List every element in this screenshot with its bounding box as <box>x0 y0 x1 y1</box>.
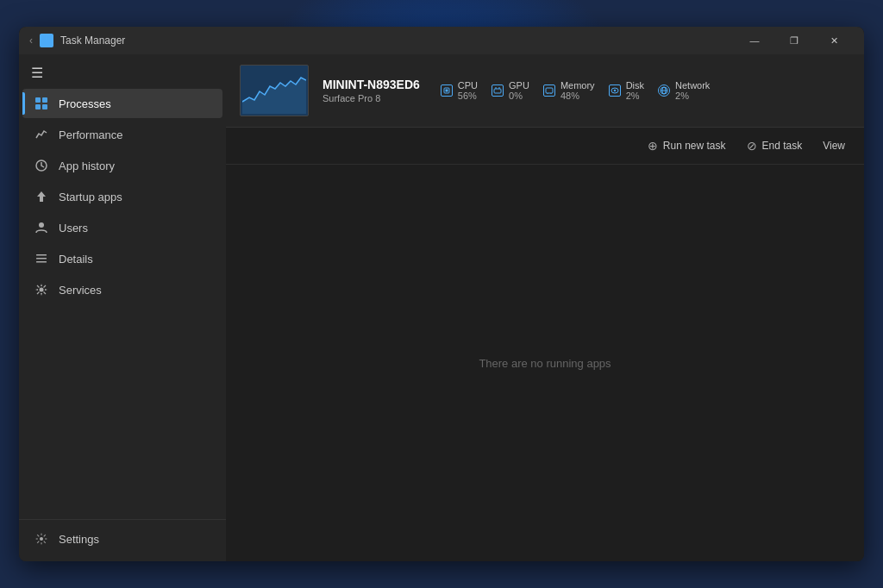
cpu-stat: CPU 56% <box>441 80 478 101</box>
memory-stat-text: Memory 48% <box>560 80 595 101</box>
maximize-button[interactable]: ❐ <box>774 27 814 54</box>
svg-point-26 <box>614 90 616 91</box>
app-title: Task Manager <box>60 34 125 47</box>
hamburger-button[interactable]: ☰ <box>19 58 226 88</box>
sidebar-bottom: Settings <box>19 519 226 558</box>
sidebar-item-services[interactable]: Services <box>22 275 222 304</box>
system-name: MININT-N893ED6 <box>323 78 420 91</box>
sidebar-item-app-history[interactable]: App history <box>22 151 222 180</box>
system-bar: MININT-N893ED6 Surface Pro 8 CPU <box>226 54 864 128</box>
details-icon <box>34 252 48 266</box>
performance-label: Performance <box>59 128 122 141</box>
end-task-label: End task <box>762 140 803 152</box>
cpu-value: 56% <box>458 91 478 101</box>
run-task-icon: ⊕ <box>648 139 658 153</box>
main-area: ☰ Processes Perf <box>19 54 864 561</box>
startup-apps-label: Startup apps <box>59 191 122 203</box>
users-label: Users <box>59 222 88 235</box>
system-stats: CPU 56% GPU <box>441 80 711 101</box>
svg-rect-18 <box>445 90 448 92</box>
svg-rect-5 <box>42 97 47 103</box>
empty-message: There are no running apps <box>479 357 611 370</box>
gpu-stat-text: GPU 0% <box>509 80 529 101</box>
close-button[interactable]: ✕ <box>814 27 854 54</box>
disk-stat-text: Disk 2% <box>626 80 644 101</box>
run-new-task-button[interactable]: ⊕ Run new task <box>639 134 735 157</box>
cpu-icon <box>441 84 453 97</box>
services-icon <box>34 283 48 297</box>
system-model: Surface Pro 8 <box>323 93 420 103</box>
sidebar-item-performance[interactable]: Performance <box>22 120 222 149</box>
network-label: Network <box>675 80 710 91</box>
sidebar-item-settings[interactable]: Settings <box>22 524 222 554</box>
svg-rect-4 <box>35 97 41 103</box>
svg-point-9 <box>39 222 44 228</box>
end-task-icon: ⊘ <box>747 139 757 153</box>
sidebar-item-processes[interactable]: Processes <box>22 89 222 118</box>
sidebar-item-details[interactable]: Details <box>22 244 222 273</box>
performance-icon <box>34 128 48 141</box>
network-stat-text: Network 2% <box>675 80 710 101</box>
sidebar-item-startup-apps[interactable]: Startup apps <box>22 182 222 211</box>
gpu-icon <box>492 84 504 97</box>
svg-rect-12 <box>36 261 47 263</box>
svg-rect-11 <box>36 258 47 260</box>
disk-value: 2% <box>626 91 644 101</box>
svg-rect-10 <box>36 254 47 256</box>
services-label: Services <box>59 284 102 297</box>
window-controls: — ❐ ✕ <box>735 27 854 54</box>
app-icon <box>40 34 53 47</box>
svg-rect-0 <box>42 36 46 40</box>
view-label: View <box>823 140 845 152</box>
app-history-label: App history <box>59 160 115 172</box>
settings-label: Settings <box>59 533 99 546</box>
sidebar-item-users[interactable]: Users <box>22 213 222 242</box>
svg-rect-19 <box>494 89 501 93</box>
memory-icon <box>543 84 555 97</box>
toolbar: ⊕ Run new task ⊘ End task View <box>226 128 864 165</box>
svg-rect-7 <box>42 104 47 109</box>
network-stat: Network 2% <box>658 80 710 101</box>
svg-point-13 <box>40 288 44 292</box>
svg-rect-1 <box>47 36 51 40</box>
empty-content: There are no running apps <box>226 165 864 561</box>
settings-icon <box>34 532 48 546</box>
disk-stat: Disk 2% <box>609 80 644 101</box>
system-info: MININT-N893ED6 Surface Pro 8 <box>323 78 420 103</box>
content-area: MININT-N893ED6 Surface Pro 8 CPU <box>226 54 864 561</box>
memory-stat: Memory 48% <box>543 80 595 101</box>
startup-apps-icon <box>34 190 48 203</box>
titlebar: ‹ Task Manager — ❐ ✕ <box>19 27 864 54</box>
titlebar-left: ‹ Task Manager <box>29 34 735 47</box>
details-label: Details <box>59 253 93 266</box>
disk-icon <box>609 84 621 97</box>
memory-label: Memory <box>560 80 595 91</box>
app-history-icon <box>34 159 48 172</box>
cpu-label: CPU <box>458 80 478 91</box>
processes-label: Processes <box>59 97 111 110</box>
memory-value: 48% <box>560 91 595 101</box>
processes-icon <box>34 97 48 110</box>
svg-rect-3 <box>47 41 51 45</box>
back-button[interactable]: ‹ <box>29 34 33 47</box>
task-manager-window: ‹ Task Manager — ❐ ✕ ☰ <box>19 27 864 561</box>
svg-point-14 <box>40 537 43 541</box>
system-thumbnail <box>240 65 309 116</box>
network-value: 2% <box>675 91 710 101</box>
users-icon <box>34 221 48 235</box>
gpu-value: 0% <box>509 91 529 101</box>
minimize-button[interactable]: — <box>735 27 774 54</box>
end-task-button[interactable]: ⊘ End task <box>738 134 811 157</box>
svg-rect-6 <box>35 104 41 109</box>
view-button[interactable]: View <box>814 135 854 156</box>
gpu-label: GPU <box>509 80 529 91</box>
svg-rect-22 <box>546 88 553 93</box>
network-icon <box>658 84 670 97</box>
run-new-task-label: Run new task <box>663 140 726 152</box>
sidebar: ☰ Processes Perf <box>19 54 226 561</box>
svg-rect-2 <box>42 41 46 45</box>
cpu-stat-text: CPU 56% <box>458 80 478 101</box>
disk-label: Disk <box>626 80 644 91</box>
gpu-stat: GPU 0% <box>492 80 529 101</box>
